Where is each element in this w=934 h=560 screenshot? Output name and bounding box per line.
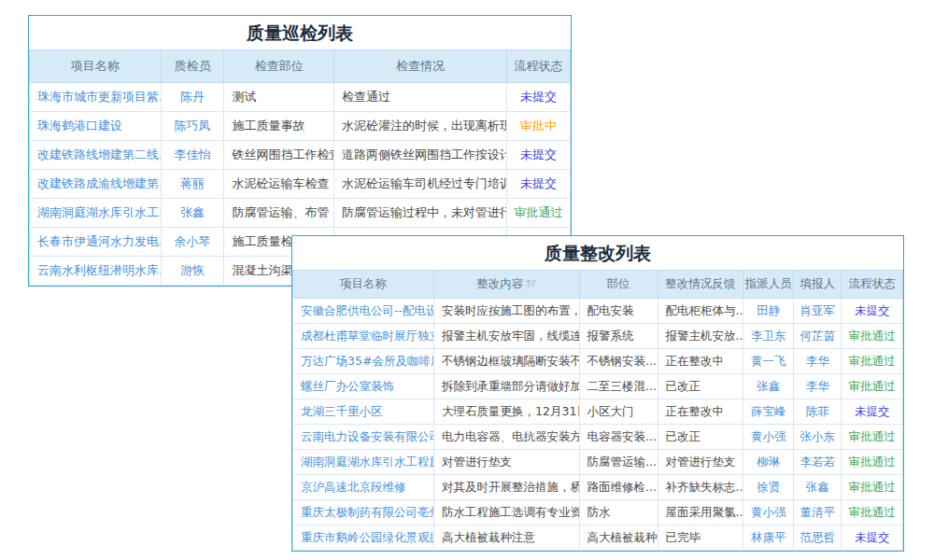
table-row: 云南电力设备安装有限公司20...电力电容器、电抗器安装方案,...电容器安装.… bbox=[293, 425, 903, 450]
content-cell: 大理石质量更换，12月31日之... bbox=[434, 399, 580, 425]
assignee-link[interactable]: 李卫东 bbox=[743, 324, 794, 349]
project-link[interactable]: 湖南洞庭湖水库引水工... bbox=[30, 199, 162, 228]
column-header-label: 检查情况 bbox=[396, 59, 445, 73]
status-cell: 审批通过 bbox=[842, 500, 903, 525]
part-cell: 小区大门 bbox=[579, 399, 658, 425]
reporter-link[interactable]: 何芷茵 bbox=[794, 324, 842, 349]
situation-cell: 防腐管运输过程中，未对管进行... bbox=[333, 199, 506, 228]
part-cell: 防腐管运输、布管 bbox=[224, 199, 333, 228]
inspector-link[interactable]: 陈巧凤 bbox=[161, 112, 224, 141]
project-link[interactable]: 京沪高速北京段维修 bbox=[293, 475, 434, 500]
status-cell: 审批中 bbox=[507, 112, 571, 141]
assignee-link[interactable]: 张鑫 bbox=[743, 374, 794, 399]
inspection-table-title: 质量巡检列表 bbox=[29, 16, 571, 49]
assignee-link[interactable]: 黄一飞 bbox=[743, 349, 794, 374]
reporter-link[interactable]: 张小东 bbox=[794, 425, 842, 450]
status-cell: 审批通过 bbox=[842, 349, 903, 374]
inspector-link[interactable]: 蒋丽 bbox=[161, 170, 224, 199]
content-cell: 对管进行垫支 bbox=[434, 450, 580, 475]
status-cell: 未提交 bbox=[507, 170, 571, 199]
reporter-link[interactable]: 范思哲 bbox=[794, 525, 842, 551]
status-cell: 未提交 bbox=[842, 399, 903, 425]
table-row: 珠海鹤港口建设陈巧凤施工质量事故水泥砼灌注的时候，出现离析现象审批中 bbox=[30, 112, 571, 141]
project-link[interactable]: 改建铁路线增建第二线... bbox=[30, 141, 162, 170]
rectification-header-row: 项目名称整改内容部位整改情况反馈指派人员填报人流程状态 bbox=[293, 271, 903, 299]
reporter-link[interactable]: 李若若 bbox=[794, 450, 842, 475]
part-cell: 防水 bbox=[579, 500, 658, 525]
project-link[interactable]: 云南电力设备安装有限公司20... bbox=[293, 425, 434, 450]
assignee-link[interactable]: 黄小强 bbox=[743, 500, 794, 525]
inspector-link[interactable]: 游恢 bbox=[161, 257, 224, 286]
situation-cell: 水泥砼运输车司机经过专门培训... bbox=[333, 170, 506, 199]
inspector-link[interactable]: 陈丹 bbox=[161, 83, 224, 112]
feedback-cell: 屋面采用聚氯... bbox=[658, 500, 743, 525]
column-header-project: 项目名称 bbox=[293, 271, 434, 299]
part-cell: 不锈钢安装... bbox=[579, 349, 658, 374]
reporter-link[interactable]: 李华 bbox=[794, 349, 842, 374]
project-link[interactable]: 成都杜甫草堂临时展厅独立展... bbox=[293, 324, 434, 349]
project-link[interactable]: 安徽合肥供电公司--配电设备... bbox=[293, 299, 434, 324]
reporter-link[interactable]: 董清平 bbox=[794, 500, 842, 525]
reporter-link[interactable]: 张鑫 bbox=[794, 475, 842, 500]
assignee-link[interactable]: 柳琳 bbox=[743, 450, 794, 475]
assignee-link[interactable]: 田静 bbox=[743, 299, 794, 324]
column-header-part: 检查部位 bbox=[224, 50, 333, 83]
project-link[interactable]: 重庆太极制药有限公司亳州中... bbox=[293, 500, 434, 525]
project-link[interactable]: 云南水利枢纽潜明水库... bbox=[30, 257, 162, 286]
content-cell: 安装时应按施工图的布置，将... bbox=[434, 299, 580, 324]
content-cell: 拆除到承重墙部分请做好加固... bbox=[434, 374, 580, 399]
column-header-assignee: 指派人员 bbox=[743, 271, 794, 299]
content-cell: 电力电容器、电抗器安装方案,... bbox=[434, 425, 580, 450]
column-header-label: 部位 bbox=[607, 276, 630, 290]
rectification-table-card: 质量整改列表 项目名称整改内容部位整改情况反馈指派人员填报人流程状态 安徽合肥供… bbox=[291, 235, 904, 552]
content-cell: 报警主机安放牢固，线缆连接... bbox=[434, 324, 580, 349]
feedback-cell: 报警主机安放... bbox=[658, 324, 743, 349]
inspector-link[interactable]: 余小琴 bbox=[161, 228, 224, 257]
rectification-table-title: 质量整改列表 bbox=[292, 236, 903, 270]
project-link[interactable]: 龙湖三千里小区 bbox=[293, 399, 434, 425]
project-link[interactable]: 珠海市城市更新项目紫... bbox=[30, 83, 162, 112]
column-header-status: 流程状态 bbox=[842, 271, 903, 299]
assignee-link[interactable]: 徐贤 bbox=[743, 475, 794, 500]
reporter-link[interactable]: 陈菲 bbox=[794, 399, 842, 425]
project-link[interactable]: 螺丝厂办公室装饰 bbox=[293, 374, 434, 399]
sort-icon bbox=[526, 278, 536, 288]
project-link[interactable]: 万达广场35#会所及咖啡厅空... bbox=[293, 349, 434, 374]
column-header-part: 部位 bbox=[579, 271, 658, 299]
table-row: 重庆太极制药有限公司亳州中...防水工程施工选调有专业资质...防水屋面采用聚氯… bbox=[293, 500, 903, 525]
project-link[interactable]: 湖南洞庭湖水库引水工程施工标 bbox=[293, 450, 434, 475]
situation-cell: 道路两侧铁丝网围挡工作按设计... bbox=[333, 141, 506, 170]
column-header-label: 流程状态 bbox=[515, 59, 563, 73]
column-header-label: 质检员 bbox=[175, 59, 211, 73]
project-link[interactable]: 改建铁路成渝线增建第... bbox=[30, 170, 162, 199]
feedback-cell: 对管进行垫支 bbox=[658, 450, 743, 475]
table-row: 改建铁路线增建第二线...李佳怡铁丝网围挡工作检查道路两侧铁丝网围挡工作按设计.… bbox=[30, 141, 571, 170]
inspector-link[interactable]: 张鑫 bbox=[161, 199, 224, 228]
status-cell: 审批通过 bbox=[842, 425, 903, 450]
rectification-table: 项目名称整改内容部位整改情况反馈指派人员填报人流程状态 安徽合肥供电公司--配电… bbox=[292, 270, 903, 551]
reporter-link[interactable]: 李华 bbox=[794, 374, 842, 399]
status-cell: 审批通过 bbox=[842, 450, 903, 475]
part-cell: 水泥砼运输车检查 bbox=[224, 170, 333, 199]
table-row: 京沪高速北京段维修对其及时开展整治措施，桥头...路面维修检...补齐缺失标志.… bbox=[293, 475, 903, 500]
table-row: 珠海市城市更新项目紫...陈丹测试检查通过未提交 bbox=[30, 83, 571, 112]
content-cell: 对其及时开展整治措施，桥头... bbox=[434, 475, 580, 500]
column-header-label: 指派人员 bbox=[745, 276, 792, 290]
status-cell: 未提交 bbox=[507, 141, 571, 170]
feedback-cell: 已改正 bbox=[658, 374, 743, 399]
inspector-link[interactable]: 李佳怡 bbox=[161, 141, 224, 170]
reporter-link[interactable]: 肖亚军 bbox=[794, 299, 842, 324]
part-cell: 报警系统 bbox=[579, 324, 658, 349]
project-link[interactable]: 珠海鹤港口建设 bbox=[30, 112, 162, 141]
content-cell: 高大植被栽种注意 bbox=[434, 525, 580, 551]
part-cell: 铁丝网围挡工作检查 bbox=[224, 141, 333, 170]
column-header-inspector: 质检员 bbox=[161, 50, 224, 83]
assignee-link[interactable]: 薛宝峰 bbox=[743, 399, 794, 425]
status-cell: 审批通过 bbox=[842, 324, 903, 349]
project-link[interactable]: 重庆市鹅岭公园绿化景观提升... bbox=[293, 525, 434, 551]
project-link[interactable]: 长春市伊通河水力发电... bbox=[30, 228, 162, 257]
assignee-link[interactable]: 林康平 bbox=[743, 525, 794, 551]
assignee-link[interactable]: 黄小强 bbox=[743, 425, 794, 450]
column-header-content[interactable]: 整改内容 bbox=[434, 271, 580, 299]
part-cell: 施工质量事故 bbox=[224, 112, 333, 141]
